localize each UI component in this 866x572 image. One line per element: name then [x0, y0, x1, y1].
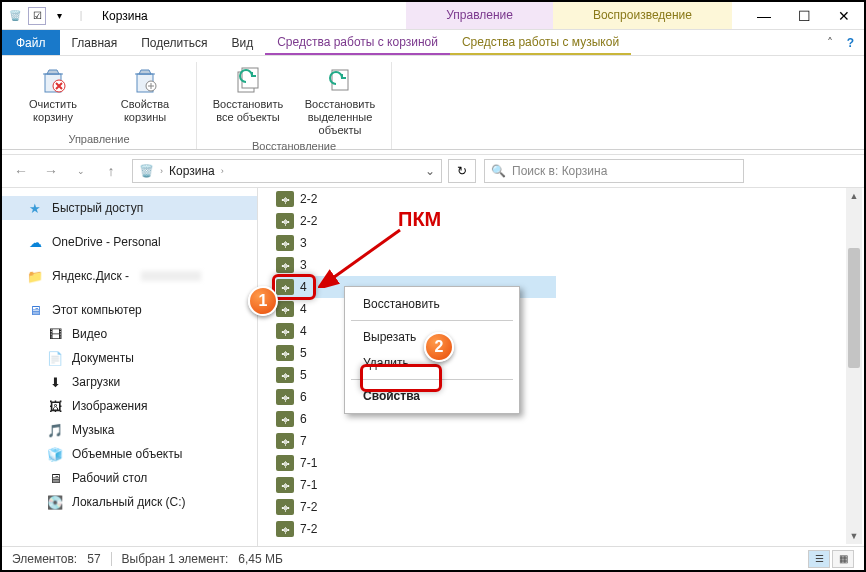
sidebar-quick-access[interactable]: ★Быстрый доступ — [2, 196, 257, 220]
file-row[interactable]: •ı|ı•3 — [276, 232, 556, 254]
sidebar-downloads[interactable]: ⬇Загрузки — [2, 370, 257, 394]
view-icons-button[interactable]: ▦ — [832, 550, 854, 568]
file-name: 7-1 — [300, 456, 317, 470]
search-input[interactable]: 🔍 Поиск в: Корзина — [484, 159, 744, 183]
empty-bin-button[interactable]: Очистить корзину — [10, 62, 96, 131]
context-tab-playback[interactable]: Воспроизведение — [553, 2, 732, 29]
file-row[interactable]: •ı|ı•3 — [276, 254, 556, 276]
ctx-restore[interactable]: Восстановить — [345, 291, 519, 317]
sidebar-local-disk-c[interactable]: 💽Локальный диск (C:) — [2, 490, 257, 514]
ctx-separator — [351, 320, 513, 321]
address-bar[interactable]: 🗑️ › Корзина › ⌄ — [132, 159, 442, 183]
navigation-bar: ← → ⌄ ↑ 🗑️ › Корзина › ⌄ ↻ 🔍 Поиск в: Ко… — [2, 154, 864, 188]
vertical-scrollbar[interactable]: ▲ ▼ — [846, 188, 862, 544]
restore-selected-button[interactable]: Восстановить выделенные объекты — [297, 62, 383, 138]
qat-item-icon[interactable]: ☑ — [28, 7, 46, 25]
audio-file-icon: •ı|ı• — [276, 279, 294, 295]
title-bar: 🗑️ ☑ ▾ | Корзина Управление Воспроизведе… — [2, 2, 864, 30]
audio-file-icon: •ı|ı• — [276, 455, 294, 471]
minimize-button[interactable]: — — [744, 2, 784, 30]
audio-file-icon: •ı|ı• — [276, 411, 294, 427]
ribbon-collapse-icon[interactable]: ˄ — [827, 36, 833, 50]
empty-bin-icon — [37, 64, 69, 96]
file-row[interactable]: •ı|ı•2-2 — [276, 188, 556, 210]
scroll-thumb[interactable] — [848, 248, 860, 368]
navigation-pane: ★Быстрый доступ ☁OneDrive - Personal 📁Ян… — [2, 188, 258, 546]
sidebar-music[interactable]: 🎵Музыка — [2, 418, 257, 442]
audio-file-icon: •ı|ı• — [276, 235, 294, 251]
scroll-up-icon[interactable]: ▲ — [846, 188, 862, 204]
history-dropdown[interactable]: ⌄ — [68, 159, 94, 183]
file-name: 3 — [300, 258, 307, 272]
file-name: 6 — [300, 390, 307, 404]
file-name: 2-2 — [300, 192, 317, 206]
file-row[interactable]: •ı|ı•7-1 — [276, 452, 556, 474]
file-row[interactable]: •ı|ı•7-2 — [276, 518, 556, 540]
ribbon-group-manage: Управление — [68, 131, 129, 149]
sidebar-documents[interactable]: 📄Документы — [2, 346, 257, 370]
cloud-icon: ☁ — [26, 234, 44, 250]
file-list-pane: •ı|ı•2-2•ı|ı•2-2•ı|ı•3•ı|ı•3•ı|ı•4•ı|ı•4… — [258, 188, 864, 546]
context-tab-manage[interactable]: Управление — [406, 2, 553, 29]
drive-icon: 💽 — [46, 494, 64, 510]
sidebar-onedrive[interactable]: ☁OneDrive - Personal — [2, 230, 257, 254]
tab-view[interactable]: Вид — [219, 30, 265, 55]
file-row[interactable]: •ı|ı•7-2 — [276, 496, 556, 518]
desktop-icon: 🖥 — [46, 470, 64, 486]
help-icon[interactable]: ? — [847, 36, 854, 50]
file-name: 7 — [300, 434, 307, 448]
audio-file-icon: •ı|ı• — [276, 389, 294, 405]
sidebar-3d-objects[interactable]: 🧊Объемные объекты — [2, 442, 257, 466]
file-row[interactable]: •ı|ı•7 — [276, 430, 556, 452]
address-dropdown-icon[interactable]: ⌄ — [425, 164, 435, 178]
forward-button[interactable]: → — [38, 159, 64, 183]
breadcrumb-icon: 🗑️ — [139, 164, 154, 178]
bin-properties-button[interactable]: Свойства корзины — [102, 62, 188, 131]
tab-bin-tools[interactable]: Средства работы с корзиной — [265, 30, 450, 55]
file-name: 6 — [300, 412, 307, 426]
annotation-pkm-label: ПКМ — [398, 208, 441, 231]
ribbon-group-restore: Восстановление — [252, 138, 336, 156]
tab-file[interactable]: Файл — [2, 30, 60, 55]
status-count-value: 57 — [87, 552, 100, 566]
recycle-bin-icon: 🗑️ — [6, 7, 24, 25]
pictures-icon: 🖼 — [46, 398, 64, 414]
file-name: 2-2 — [300, 214, 317, 228]
sidebar-videos[interactable]: 🎞Видео — [2, 322, 257, 346]
view-details-button[interactable]: ☰ — [808, 550, 830, 568]
status-count-label: Элементов: — [12, 552, 77, 566]
breadcrumb-root[interactable]: Корзина — [169, 164, 215, 178]
scroll-down-icon[interactable]: ▼ — [846, 528, 862, 544]
up-button[interactable]: ↑ — [98, 159, 124, 183]
search-icon: 🔍 — [491, 164, 506, 178]
bin-props-icon — [129, 64, 161, 96]
audio-file-icon: •ı|ı• — [276, 477, 294, 493]
tab-share[interactable]: Поделиться — [129, 30, 219, 55]
ribbon: Очистить корзину Свойства корзины Управл… — [2, 56, 864, 150]
sidebar-yandex-disk[interactable]: 📁Яндекс.Диск - — [2, 264, 257, 288]
maximize-button[interactable]: ☐ — [784, 2, 824, 30]
annotation-badge-1: 1 — [248, 286, 278, 316]
tab-music-tools[interactable]: Средства работы с музыкой — [450, 30, 631, 55]
restore-sel-icon — [324, 64, 356, 96]
sidebar-pictures[interactable]: 🖼Изображения — [2, 394, 257, 418]
back-button[interactable]: ← — [8, 159, 34, 183]
sidebar-this-pc[interactable]: 🖥Этот компьютер — [2, 298, 257, 322]
restore-all-button[interactable]: Восстановить все объекты — [205, 62, 291, 138]
file-row[interactable]: •ı|ı•7-1 — [276, 474, 556, 496]
ctx-properties[interactable]: Свойства — [345, 383, 519, 409]
audio-file-icon: •ı|ı• — [276, 521, 294, 537]
star-icon: ★ — [26, 200, 44, 216]
sidebar-desktop[interactable]: 🖥Рабочий стол — [2, 466, 257, 490]
audio-file-icon: •ı|ı• — [276, 345, 294, 361]
file-name: 7-2 — [300, 500, 317, 514]
pc-icon: 🖥 — [26, 302, 44, 318]
refresh-button[interactable]: ↻ — [448, 159, 476, 183]
file-name: 4 — [300, 324, 307, 338]
qat-dropdown-icon[interactable]: ▾ — [50, 7, 68, 25]
tab-home[interactable]: Главная — [60, 30, 130, 55]
audio-file-icon: •ı|ı• — [276, 367, 294, 383]
file-name: 5 — [300, 346, 307, 360]
close-button[interactable]: ✕ — [824, 2, 864, 30]
audio-file-icon: •ı|ı• — [276, 301, 294, 317]
